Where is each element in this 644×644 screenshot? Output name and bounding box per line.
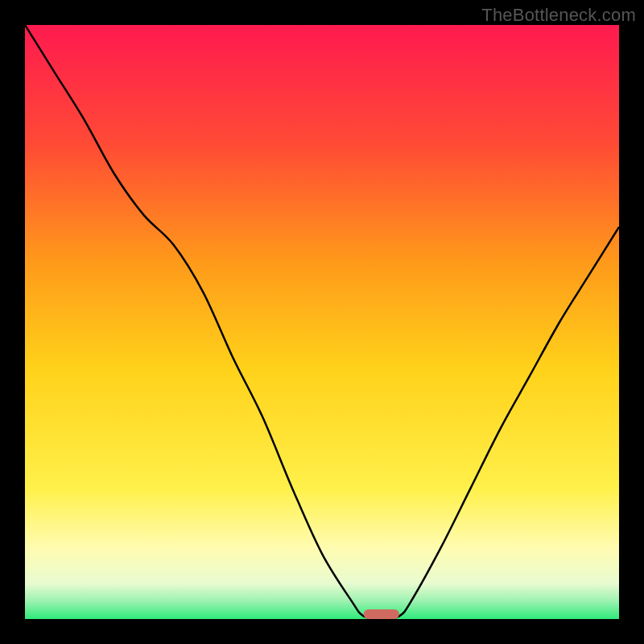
plot-area [25,25,619,619]
attribution-label: TheBottleneck.com [481,5,636,26]
chart-frame: TheBottleneck.com [0,0,644,644]
optimal-range-marker [364,609,399,619]
bottleneck-curve-path [25,25,619,619]
bottleneck-curve [25,25,619,619]
